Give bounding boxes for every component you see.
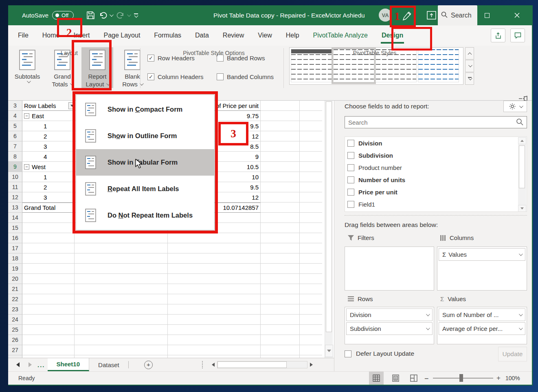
zoom-slider[interactable]: [433, 378, 493, 379]
cell-row-label[interactable]: Grand Total: [22, 203, 75, 213]
undo-button[interactable]: [99, 11, 112, 19]
page-layout-view-icon[interactable]: [388, 372, 403, 385]
horizontal-scrollbar-thumb[interactable]: [217, 361, 287, 368]
cell-e[interactable]: [300, 243, 322, 253]
cell-b[interactable]: [75, 304, 168, 315]
fields-search-input[interactable]: Search: [345, 116, 527, 128]
cell-row-label[interactable]: 1: [22, 121, 75, 131]
cell-d[interactable]: [261, 162, 300, 172]
cell-e[interactable]: [300, 315, 322, 325]
row-number[interactable]: 21: [8, 284, 22, 294]
row-number[interactable]: 10: [8, 172, 22, 182]
scroll-down-icon[interactable]: [518, 205, 526, 212]
cell-row-label[interactable]: 3: [22, 192, 75, 203]
ribbon-tab[interactable]: Data: [194, 30, 210, 41]
fields-pane-tools[interactable]: [503, 101, 527, 112]
row-number[interactable]: 23: [8, 304, 22, 315]
checkbox-icon[interactable]: [347, 176, 354, 183]
ribbon-search[interactable]: Search: [438, 5, 477, 26]
cell-b[interactable]: [75, 233, 168, 243]
cell-e[interactable]: [300, 121, 322, 131]
tab-strip-grip[interactable]: [202, 361, 203, 368]
cell-row-label[interactable]: 3: [22, 141, 75, 152]
cell-value[interactable]: [168, 284, 261, 294]
normal-view-icon[interactable]: [369, 372, 384, 385]
cell-e[interactable]: [300, 253, 322, 264]
cell-row-label[interactable]: [22, 345, 75, 355]
cell-d[interactable]: [261, 233, 300, 243]
cell-d[interactable]: [261, 152, 300, 162]
ribbon-tab[interactable]: Formulas: [153, 30, 182, 41]
cell-e[interactable]: [300, 141, 322, 152]
scroll-down-icon[interactable]: [325, 345, 333, 357]
row-number[interactable]: 15: [8, 223, 22, 233]
hscroll-left-icon[interactable]: [212, 363, 215, 367]
ribbon-tab[interactable]: PivotTable Analyze: [312, 30, 369, 41]
columns-area[interactable]: Σ Values: [437, 247, 527, 291]
gallery-scroll-down-icon[interactable]: [465, 60, 474, 72]
cell-d[interactable]: [261, 192, 300, 203]
cell-d[interactable]: [261, 182, 300, 192]
row-number[interactable]: 14: [8, 213, 22, 223]
cell-d[interactable]: [261, 243, 300, 253]
cell-e[interactable]: [300, 284, 322, 294]
field-pill[interactable]: Division: [346, 308, 433, 321]
row-number[interactable]: 19: [8, 264, 22, 274]
cell-b[interactable]: [75, 264, 168, 274]
vertical-scrollbar-thumb[interactable]: [326, 101, 332, 332]
cell-row-label[interactable]: [22, 304, 75, 315]
cell-e[interactable]: [300, 223, 322, 233]
cell-b[interactable]: [75, 274, 168, 284]
row-number[interactable]: 6: [8, 131, 22, 141]
cell-d[interactable]: [261, 141, 300, 152]
row-number[interactable]: 13: [8, 203, 22, 213]
cell-b[interactable]: [75, 325, 168, 335]
field-item[interactable]: Product number: [345, 161, 527, 174]
cell-b[interactable]: [75, 253, 168, 264]
banded-columns-checkbox[interactable]: Banded Columns: [217, 73, 274, 80]
row-number[interactable]: 5: [8, 121, 22, 131]
cell-e[interactable]: [300, 325, 322, 335]
row-number[interactable]: 7: [8, 141, 22, 152]
cell-e[interactable]: [300, 335, 322, 345]
cell-e[interactable]: [300, 274, 322, 284]
cell-row-label[interactable]: [22, 274, 75, 284]
cell-e[interactable]: [300, 131, 322, 141]
cell-value[interactable]: [168, 233, 261, 243]
cell-e[interactable]: [300, 182, 322, 192]
checkbox-icon[interactable]: [347, 152, 354, 159]
chevron-down-icon[interactable]: [426, 312, 430, 316]
cell-row-label[interactable]: 2: [22, 131, 75, 141]
cell-row-label[interactable]: [22, 325, 75, 335]
cell-row-label[interactable]: 4: [22, 152, 75, 162]
field-pill[interactable]: Sum of Number of ...: [439, 308, 525, 321]
row-number[interactable]: 18: [8, 253, 22, 264]
cell-value[interactable]: [168, 304, 261, 315]
row-number[interactable]: 4: [8, 111, 22, 121]
cell-b[interactable]: [75, 243, 168, 253]
hscroll-right-icon[interactable]: [310, 363, 313, 367]
cell-row-label[interactable]: [22, 335, 75, 345]
chevron-down-icon[interactable]: [426, 326, 430, 330]
checkbox-icon[interactable]: [345, 350, 351, 357]
gallery-more-icon[interactable]: [465, 73, 474, 85]
cell-row-label[interactable]: 1: [22, 172, 75, 182]
zoom-in-icon[interactable]: +: [496, 374, 501, 382]
field-pill[interactable]: Subdivision: [346, 322, 433, 335]
cell-d[interactable]: [261, 294, 300, 304]
row-number[interactable]: 8: [8, 152, 22, 162]
close-button[interactable]: [508, 5, 525, 25]
cell-d[interactable]: [261, 253, 300, 264]
field-item[interactable]: Price per unit: [345, 186, 527, 198]
cell-d[interactable]: [261, 223, 300, 233]
cell-row-label[interactable]: [22, 264, 75, 274]
fields-scrollbar[interactable]: [518, 137, 526, 212]
cell-value[interactable]: [168, 294, 261, 304]
undo-chevron-icon[interactable]: [110, 13, 114, 17]
row-number[interactable]: 22: [8, 294, 22, 304]
cell-row-label[interactable]: 2: [22, 182, 75, 192]
maximize-button[interactable]: [479, 5, 496, 25]
defer-layout-update-checkbox[interactable]: Defer Layout Update: [345, 350, 414, 357]
cell-d[interactable]: [261, 111, 300, 121]
cell-row-label[interactable]: East: [22, 111, 75, 121]
